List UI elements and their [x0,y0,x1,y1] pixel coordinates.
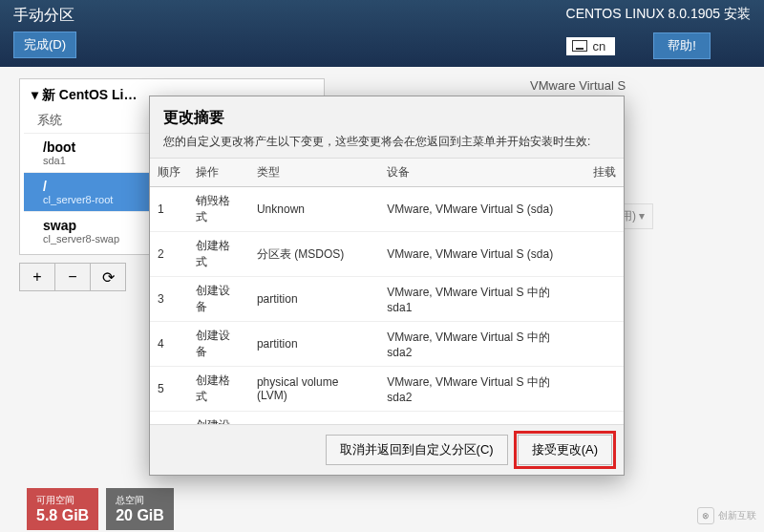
watermark: ⊗ 创新互联 [697,507,756,524]
cell-order: 3 [150,277,188,322]
dialog-title: 更改摘要 [150,96,624,134]
cell-device: VMware, VMware Virtual S 中的 sda2 [379,322,585,367]
cell-order: 6 [150,412,188,426]
available-space-value: 5.8 GiB [36,507,89,524]
cell-order: 2 [150,232,188,277]
table-row[interactable]: 1销毁格式UnknownVMware, VMware Virtual S (sd… [150,187,624,232]
cell-operation: 创建设备 [188,412,249,426]
table-row[interactable]: 3创建设备partitionVMware, VMware Virtual S 中… [150,277,624,322]
changes-summary-dialog: 更改摘要 您的自定义更改将产生以下变更，这些变更将会在您返回到主菜单并开始安装时… [149,96,625,476]
cell-mount [585,367,624,412]
watermark-text: 创新互联 [718,509,756,522]
cell-type: partition [249,277,379,322]
col-order[interactable]: 顺序 [150,159,188,187]
cell-device: VMware, VMware Virtual S (sda) [379,232,585,277]
total-space-label: 总空间 [116,494,164,507]
available-space-badge: 可用空间 5.8 GiB [27,488,98,530]
cancel-button[interactable]: 取消并返回到自定义分区(C) [326,435,508,465]
help-button[interactable]: 帮助! [653,32,711,59]
table-row[interactable]: 5创建格式physical volume (LVM)VMware, VMware… [150,367,624,412]
col-operation[interactable]: 操作 [188,159,249,187]
table-row[interactable]: 2创建格式分区表 (MSDOS)VMware, VMware Virtual S… [150,232,624,277]
cell-order: 4 [150,322,188,367]
cell-operation: 创建设备 [188,322,249,367]
table-row[interactable]: 4创建设备partitionVMware, VMware Virtual S 中… [150,322,624,367]
cell-device: cl_server8 [379,412,585,426]
table-row[interactable]: 6创建设备lvmvgcl_server8 [150,412,624,426]
keyboard-indicator[interactable]: cn [566,37,616,55]
cell-type: partition [249,322,379,367]
installer-topbar: 手动分区 完成(D) CENTOS LINUX 8.0.1905 安装 cn 帮… [0,0,764,67]
done-button[interactable]: 完成(D) [13,32,76,58]
cell-device: VMware, VMware Virtual S 中的 sda2 [379,367,585,412]
total-space-value: 20 GiB [116,507,164,524]
keyboard-layout-label: cn [593,39,606,53]
cell-operation: 创建格式 [188,232,249,277]
mount-point-value: VMware Virtual S [530,78,740,93]
cell-operation: 销毁格式 [188,187,249,232]
cell-mount [585,232,624,277]
available-space-label: 可用空间 [36,494,89,507]
watermark-logo-icon: ⊗ [697,507,714,524]
col-device[interactable]: 设备 [379,159,585,187]
page-title: 手动分区 [13,6,76,26]
col-type[interactable]: 类型 [249,159,379,187]
disk-space-summary: 可用空间 5.8 GiB 总空间 20 GiB [27,488,174,530]
accept-changes-button[interactable]: 接受更改(A) [518,435,612,465]
cell-device: VMware, VMware Virtual S (sda) [379,187,585,232]
remove-partition-button[interactable]: − [54,263,91,291]
col-mount[interactable]: 挂载 [585,159,624,187]
cell-order: 5 [150,367,188,412]
cell-type: Unknown [249,187,379,232]
changes-table: 顺序 操作 类型 设备 挂载 1销毁格式UnknownVMware, VMwar… [150,159,624,425]
cell-mount [585,322,624,367]
cell-operation: 创建格式 [188,367,249,412]
cell-type: lvmvg [249,412,379,426]
total-space-badge: 总空间 20 GiB [106,488,174,530]
cell-device: VMware, VMware Virtual S 中的 sda1 [379,277,585,322]
cell-mount [585,187,624,232]
dialog-description: 您的自定义更改将产生以下变更，这些变更将会在您返回到主菜单并开始安装时生效: [150,134,624,158]
cell-type: 分区表 (MSDOS) [249,232,379,277]
installer-title: CENTOS LINUX 8.0.1905 安装 [566,6,751,23]
cell-mount [585,277,624,322]
refresh-button[interactable]: ⟳ [90,263,126,291]
keyboard-icon [572,40,587,52]
add-partition-button[interactable]: + [19,263,55,291]
cell-mount [585,412,624,426]
cell-operation: 创建设备 [188,277,249,322]
cell-type: physical volume (LVM) [249,367,379,412]
cell-order: 1 [150,187,188,232]
